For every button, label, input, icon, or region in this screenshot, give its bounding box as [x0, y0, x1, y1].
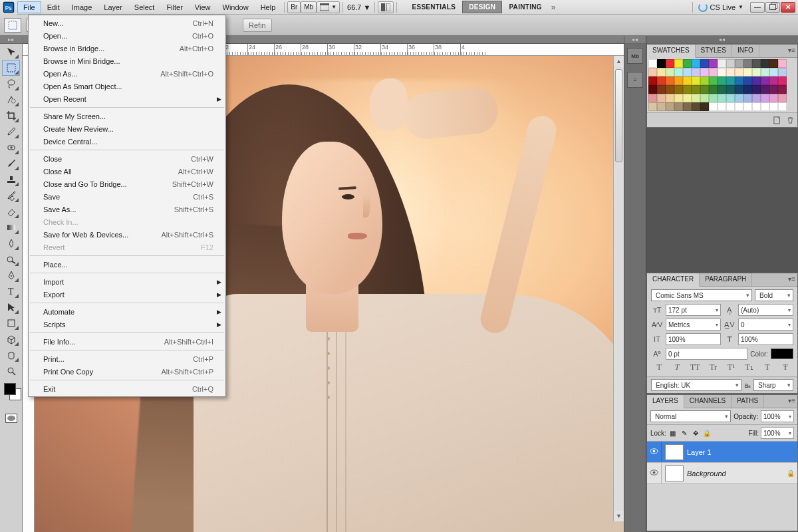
zoom-tool[interactable] [2, 363, 20, 379]
swatch[interactable] [666, 76, 674, 85]
text-style-button[interactable]: T [672, 362, 682, 372]
swatch[interactable] [752, 76, 761, 85]
menuitem-print-one-copy[interactable]: Print One CopyAlt+Shift+Ctrl+P [29, 365, 225, 378]
swatch[interactable] [743, 102, 752, 111]
path-select-tool[interactable] [2, 299, 20, 315]
swatch[interactable] [674, 68, 683, 76]
visibility-toggle[interactable] [647, 463, 662, 483]
minibridge-button[interactable]: Mb [301, 1, 317, 13]
swatch[interactable] [648, 102, 657, 111]
text-style-button[interactable]: T¹ [726, 362, 737, 372]
gradient-tool[interactable] [2, 219, 20, 235]
dock-icon-minibridge[interactable]: Mb [627, 48, 643, 64]
tab-paths[interactable]: PATHS [732, 395, 764, 408]
swatch[interactable] [709, 68, 718, 76]
swatch[interactable] [692, 102, 700, 111]
bridge-button[interactable]: Br [287, 1, 301, 13]
swatch[interactable] [709, 59, 718, 68]
fgbg-colors[interactable] [3, 382, 19, 408]
swatch[interactable] [648, 94, 657, 102]
menuitem-new[interactable]: New...Ctrl+N [29, 17, 225, 29]
swatch[interactable] [666, 59, 674, 68]
swatch[interactable] [648, 76, 657, 85]
swatch[interactable] [718, 102, 726, 111]
swatch[interactable] [700, 59, 709, 68]
swatch[interactable] [778, 94, 787, 102]
swatch[interactable] [726, 94, 735, 102]
language-dropdown[interactable]: English: UK [651, 379, 741, 391]
layer-list[interactable]: Layer 1Background🔒 [647, 442, 797, 484]
swatch[interactable] [657, 102, 666, 111]
hand-tool[interactable] [2, 347, 20, 363]
dock-icon-history[interactable]: ≡ [627, 72, 643, 88]
healing-brush-tool[interactable] [2, 140, 20, 156]
swatch[interactable] [769, 85, 778, 94]
marquee-tool[interactable] [2, 60, 20, 76]
swatch[interactable] [674, 76, 683, 85]
swatch[interactable] [752, 68, 761, 76]
swatch[interactable] [666, 68, 674, 76]
menu-layer[interactable]: Layer [98, 1, 128, 13]
menuitem-import[interactable]: Import▶ [29, 275, 225, 288]
blur-tool[interactable] [2, 235, 20, 251]
layer-row[interactable]: Layer 1 [647, 442, 797, 463]
eraser-tool[interactable] [2, 203, 20, 219]
swatch[interactable] [648, 85, 657, 94]
swatch[interactable] [718, 94, 726, 102]
swatch[interactable] [769, 94, 778, 102]
stamp-tool[interactable] [2, 172, 20, 188]
font-style-dropdown[interactable]: Bold [755, 289, 793, 301]
scroll-thumb[interactable] [615, 69, 622, 162]
swatch[interactable] [769, 68, 778, 76]
crop-tool[interactable] [2, 108, 20, 124]
menuitem-open[interactable]: Open...Ctrl+O [29, 29, 225, 42]
lock-all-icon[interactable]: 🔒 [702, 428, 712, 438]
hscale-input[interactable]: 100% [738, 333, 793, 345]
menuitem-scripts[interactable]: Scripts▶ [29, 318, 225, 331]
tab-paragraph[interactable]: PARAGRAPH [700, 273, 752, 286]
swatch[interactable] [778, 85, 787, 94]
menu-window[interactable]: Window [217, 1, 255, 13]
swatch[interactable] [735, 102, 743, 111]
swatch[interactable] [648, 68, 657, 76]
toolbox-collapse-handle[interactable]: ▸▸ [0, 36, 22, 44]
swatch[interactable] [743, 59, 752, 68]
swatch[interactable] [718, 85, 726, 94]
kerning-input[interactable]: Metrics [666, 319, 721, 331]
swatch[interactable] [735, 85, 743, 94]
swatch[interactable] [683, 76, 692, 85]
swatch[interactable] [683, 85, 692, 94]
swatch[interactable] [769, 102, 778, 111]
visibility-toggle[interactable] [647, 442, 662, 462]
swatch[interactable] [778, 59, 787, 68]
leading-input[interactable]: (Auto) [738, 304, 793, 316]
type-tool[interactable]: T [2, 283, 20, 299]
shape-tool[interactable] [2, 315, 20, 331]
brush-tool[interactable] [2, 156, 20, 172]
swatch[interactable] [700, 94, 709, 102]
refine-button[interactable]: Refin [243, 19, 272, 32]
swatch[interactable] [718, 68, 726, 76]
dodge-tool[interactable] [2, 251, 20, 267]
menuitem-open-as-smart-object[interactable]: Open As Smart Object... [29, 80, 225, 92]
swatch[interactable] [692, 85, 700, 94]
swatch[interactable] [666, 94, 674, 102]
swatch[interactable] [735, 94, 743, 102]
vscale-input[interactable]: 100% [666, 333, 721, 345]
menuitem-export[interactable]: Export▶ [29, 288, 225, 301]
swatch[interactable] [726, 59, 735, 68]
dock-expand-handle[interactable]: ◂◂ [624, 36, 646, 44]
swatch[interactable] [692, 59, 700, 68]
panel-menu-icon[interactable]: ▾≡ [788, 47, 795, 54]
swatch[interactable] [683, 68, 692, 76]
swatch[interactable] [726, 68, 735, 76]
panel-menu-icon[interactable]: ▾≡ [788, 397, 795, 404]
swatch[interactable] [743, 68, 752, 76]
history-brush-tool[interactable] [2, 188, 20, 203]
swatch[interactable] [666, 102, 674, 111]
swatch[interactable] [709, 94, 718, 102]
screen-mode-button[interactable]: ▼ [317, 1, 340, 13]
swatch[interactable] [700, 68, 709, 76]
menu-select[interactable]: Select [128, 1, 161, 13]
menu-help[interactable]: Help [255, 1, 282, 13]
